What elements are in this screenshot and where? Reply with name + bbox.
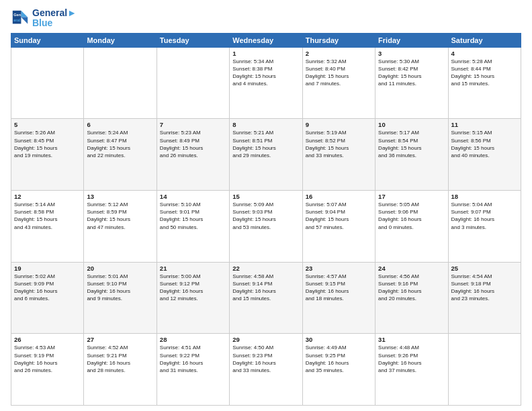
calendar-cell: 12Sunrise: 5:14 AM Sunset: 8:58 PM Dayli… [11, 191, 84, 263]
calendar-cell: 27Sunrise: 4:52 AM Sunset: 9:21 PM Dayli… [84, 334, 157, 406]
calendar-cell: 10Sunrise: 5:17 AM Sunset: 8:54 PM Dayli… [375, 119, 448, 191]
day-number: 24 [378, 265, 445, 272]
calendar-cell: 29Sunrise: 4:50 AM Sunset: 9:23 PM Dayli… [230, 334, 302, 406]
weekday-header-wednesday: Wednesday [230, 33, 302, 47]
day-number: 16 [306, 193, 372, 200]
svg-text:eral: eral [13, 18, 20, 22]
logo: Gen eral General►Blue [11, 8, 77, 29]
day-info: Sunrise: 5:05 AM Sunset: 9:06 PM Dayligh… [378, 201, 445, 231]
day-info: Sunrise: 4:51 AM Sunset: 9:22 PM Dayligh… [160, 344, 226, 374]
calendar-cell [157, 47, 229, 119]
day-info: Sunrise: 5:24 AM Sunset: 8:47 PM Dayligh… [87, 129, 153, 159]
day-number: 25 [451, 265, 518, 272]
calendar-cell: 3Sunrise: 5:30 AM Sunset: 8:42 PM Daylig… [375, 47, 448, 119]
calendar-cell: 31Sunrise: 4:48 AM Sunset: 9:26 PM Dayli… [375, 334, 448, 406]
calendar-cell: 6Sunrise: 5:24 AM Sunset: 8:47 PM Daylig… [84, 119, 157, 191]
calendar-cell: 14Sunrise: 5:10 AM Sunset: 9:01 PM Dayli… [157, 191, 229, 263]
calendar-cell: 20Sunrise: 5:01 AM Sunset: 9:10 PM Dayli… [84, 262, 157, 334]
day-number: 28 [160, 336, 226, 343]
weekday-header-thursday: Thursday [302, 33, 375, 47]
calendar-cell [84, 47, 157, 119]
day-number: 29 [232, 336, 299, 343]
calendar-week-5: 26Sunrise: 4:53 AM Sunset: 9:19 PM Dayli… [11, 334, 521, 406]
day-number: 2 [306, 50, 372, 57]
day-info: Sunrise: 5:01 AM Sunset: 9:10 PM Dayligh… [87, 273, 153, 303]
day-info: Sunrise: 5:21 AM Sunset: 8:51 PM Dayligh… [232, 129, 299, 159]
day-number: 5 [14, 121, 81, 128]
day-number: 26 [14, 336, 81, 343]
calendar-cell [448, 334, 521, 406]
calendar-cell: 22Sunrise: 4:58 AM Sunset: 9:14 PM Dayli… [230, 262, 302, 334]
day-info: Sunrise: 5:00 AM Sunset: 9:12 PM Dayligh… [160, 273, 226, 303]
day-info: Sunrise: 4:50 AM Sunset: 9:23 PM Dayligh… [232, 344, 299, 374]
day-number: 17 [378, 193, 445, 200]
day-info: Sunrise: 5:07 AM Sunset: 9:04 PM Dayligh… [306, 201, 372, 231]
day-number: 13 [87, 193, 153, 200]
calendar-cell: 23Sunrise: 4:57 AM Sunset: 9:15 PM Dayli… [302, 262, 375, 334]
day-number: 30 [306, 336, 372, 343]
calendar-cell: 25Sunrise: 4:54 AM Sunset: 9:18 PM Dayli… [448, 262, 521, 334]
calendar-week-4: 19Sunrise: 5:02 AM Sunset: 9:09 PM Dayli… [11, 262, 521, 334]
day-info: Sunrise: 5:12 AM Sunset: 8:59 PM Dayligh… [87, 201, 153, 231]
calendar-cell: 19Sunrise: 5:02 AM Sunset: 9:09 PM Dayli… [11, 262, 84, 334]
day-info: Sunrise: 5:14 AM Sunset: 8:58 PM Dayligh… [14, 201, 81, 231]
calendar-cell: 17Sunrise: 5:05 AM Sunset: 9:06 PM Dayli… [375, 191, 448, 263]
day-number: 20 [87, 265, 153, 272]
day-number: 22 [232, 265, 299, 272]
day-info: Sunrise: 5:17 AM Sunset: 8:54 PM Dayligh… [378, 129, 445, 159]
day-info: Sunrise: 5:32 AM Sunset: 8:40 PM Dayligh… [306, 58, 372, 88]
day-info: Sunrise: 5:09 AM Sunset: 9:03 PM Dayligh… [232, 201, 299, 231]
day-info: Sunrise: 5:28 AM Sunset: 8:44 PM Dayligh… [451, 58, 518, 88]
header: Gen eral General►Blue [11, 8, 521, 29]
day-number: 6 [87, 121, 153, 128]
day-number: 11 [451, 121, 518, 128]
svg-text:Gen: Gen [13, 13, 21, 17]
weekday-header-friday: Friday [375, 33, 448, 47]
day-number: 23 [306, 265, 372, 272]
day-info: Sunrise: 5:19 AM Sunset: 8:52 PM Dayligh… [306, 129, 372, 159]
calendar-cell: 21Sunrise: 5:00 AM Sunset: 9:12 PM Dayli… [157, 262, 229, 334]
calendar-cell: 28Sunrise: 4:51 AM Sunset: 9:22 PM Dayli… [157, 334, 229, 406]
day-info: Sunrise: 4:48 AM Sunset: 9:26 PM Dayligh… [378, 344, 445, 374]
day-info: Sunrise: 5:10 AM Sunset: 9:01 PM Dayligh… [160, 201, 226, 231]
day-info: Sunrise: 5:02 AM Sunset: 9:09 PM Dayligh… [14, 273, 81, 303]
calendar-cell: 4Sunrise: 5:28 AM Sunset: 8:44 PM Daylig… [448, 47, 521, 119]
day-info: Sunrise: 4:49 AM Sunset: 9:25 PM Dayligh… [306, 344, 372, 374]
logo-icon: Gen eral [11, 9, 30, 28]
day-number: 31 [378, 336, 445, 343]
calendar-cell: 5Sunrise: 5:26 AM Sunset: 8:45 PM Daylig… [11, 119, 84, 191]
calendar-cell: 11Sunrise: 5:15 AM Sunset: 8:56 PM Dayli… [448, 119, 521, 191]
page: Gen eral General►Blue SundayMondayTuesda… [0, 0, 532, 411]
calendar-cell: 26Sunrise: 4:53 AM Sunset: 9:19 PM Dayli… [11, 334, 84, 406]
day-number: 14 [160, 193, 226, 200]
day-info: Sunrise: 4:54 AM Sunset: 9:18 PM Dayligh… [451, 273, 518, 303]
day-number: 18 [451, 193, 518, 200]
calendar-week-1: 1Sunrise: 5:34 AM Sunset: 8:38 PM Daylig… [11, 47, 521, 119]
day-info: Sunrise: 4:58 AM Sunset: 9:14 PM Dayligh… [232, 273, 299, 303]
day-info: Sunrise: 4:57 AM Sunset: 9:15 PM Dayligh… [306, 273, 372, 303]
calendar-cell: 15Sunrise: 5:09 AM Sunset: 9:03 PM Dayli… [230, 191, 302, 263]
calendar-cell: 8Sunrise: 5:21 AM Sunset: 8:51 PM Daylig… [230, 119, 302, 191]
calendar-week-3: 12Sunrise: 5:14 AM Sunset: 8:58 PM Dayli… [11, 191, 521, 263]
day-info: Sunrise: 4:53 AM Sunset: 9:19 PM Dayligh… [14, 344, 81, 374]
day-number: 9 [306, 121, 372, 128]
weekday-header-saturday: Saturday [448, 33, 521, 47]
svg-marker-0 [21, 11, 28, 17]
day-info: Sunrise: 5:34 AM Sunset: 8:38 PM Dayligh… [232, 58, 299, 88]
weekday-header-tuesday: Tuesday [157, 33, 229, 47]
day-number: 27 [87, 336, 153, 343]
calendar-cell: 24Sunrise: 4:56 AM Sunset: 9:16 PM Dayli… [375, 262, 448, 334]
calendar-cell: 18Sunrise: 5:04 AM Sunset: 9:07 PM Dayli… [448, 191, 521, 263]
calendar-cell: 9Sunrise: 5:19 AM Sunset: 8:52 PM Daylig… [302, 119, 375, 191]
calendar-cell: 30Sunrise: 4:49 AM Sunset: 9:25 PM Dayli… [302, 334, 375, 406]
day-number: 10 [378, 121, 445, 128]
day-number: 1 [232, 50, 299, 57]
calendar-cell: 13Sunrise: 5:12 AM Sunset: 8:59 PM Dayli… [84, 191, 157, 263]
day-number: 21 [160, 265, 226, 272]
day-info: Sunrise: 5:26 AM Sunset: 8:45 PM Dayligh… [14, 129, 81, 159]
day-number: 19 [14, 265, 81, 272]
day-number: 4 [451, 50, 518, 57]
weekday-header-sunday: Sunday [11, 33, 84, 47]
day-info: Sunrise: 4:52 AM Sunset: 9:21 PM Dayligh… [87, 344, 153, 374]
day-number: 3 [378, 50, 445, 57]
